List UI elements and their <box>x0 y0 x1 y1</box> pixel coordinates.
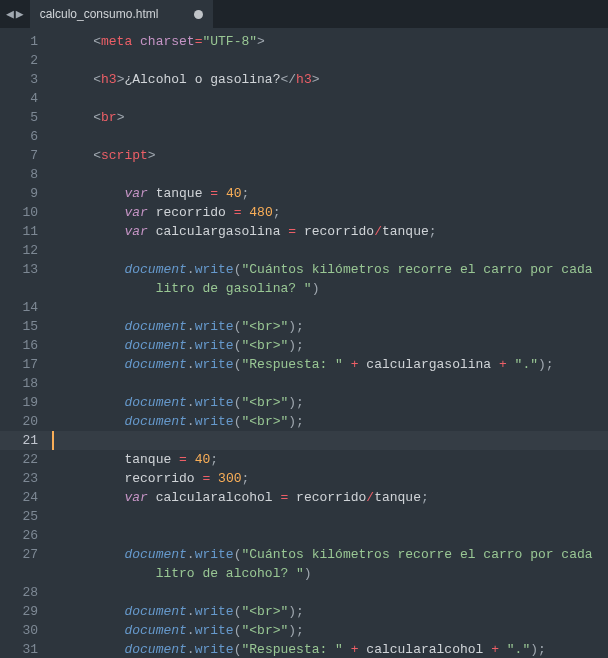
line-number: 10 <box>0 203 48 222</box>
forward-icon[interactable]: ▶ <box>16 6 24 22</box>
line-number: 25 <box>0 507 48 526</box>
code-line[interactable]: document.write("<br>"); <box>62 393 608 412</box>
line-number <box>0 279 48 298</box>
code-area[interactable]: <meta charset="UTF-8"> <h3>¿Alcohol o ga… <box>48 28 608 658</box>
line-number: 11 <box>0 222 48 241</box>
code-line[interactable]: litro de gasolina? ") <box>62 279 608 298</box>
line-number: 31 <box>0 640 48 658</box>
code-line[interactable] <box>62 127 608 146</box>
line-number: 12 <box>0 241 48 260</box>
line-number: 23 <box>0 469 48 488</box>
line-number: 27 <box>0 545 48 564</box>
back-icon[interactable]: ◀ <box>6 6 14 22</box>
line-number <box>0 564 48 583</box>
line-number: 22 <box>0 450 48 469</box>
code-line[interactable]: var tanque = 40; <box>62 184 608 203</box>
code-line[interactable]: recorrido = 300; <box>62 469 608 488</box>
code-line[interactable]: litro de alcohol? ") <box>62 564 608 583</box>
line-number: 14 <box>0 298 48 317</box>
line-number: 30 <box>0 621 48 640</box>
code-line[interactable] <box>62 165 608 184</box>
nav-arrows: ◀ ▶ <box>0 6 30 22</box>
code-line[interactable]: <meta charset="UTF-8"> <box>62 32 608 51</box>
code-line[interactable]: document.write("<br>"); <box>62 317 608 336</box>
line-number: 24 <box>0 488 48 507</box>
code-line[interactable] <box>62 583 608 602</box>
line-number-gutter: 1234567891011121314151617181920212223242… <box>0 28 48 658</box>
code-line[interactable]: document.write("Cuántos kilómetros recor… <box>62 260 608 279</box>
code-line[interactable]: <h3>¿Alcohol o gasolina?</h3> <box>62 70 608 89</box>
code-line[interactable] <box>62 241 608 260</box>
code-line[interactable] <box>62 298 608 317</box>
line-number: 28 <box>0 583 48 602</box>
line-number: 16 <box>0 336 48 355</box>
line-number: 29 <box>0 602 48 621</box>
tab-filename: calculo_consumo.html <box>40 7 159 21</box>
line-number: 17 <box>0 355 48 374</box>
line-number: 4 <box>0 89 48 108</box>
code-line[interactable]: tanque = 40; <box>62 450 608 469</box>
tab-bar: ◀ ▶ calculo_consumo.html <box>0 0 608 28</box>
line-number: 15 <box>0 317 48 336</box>
line-number: 2 <box>0 51 48 70</box>
code-line[interactable]: document.write("<br>"); <box>62 412 608 431</box>
code-line[interactable] <box>48 431 608 450</box>
code-line[interactable]: document.write("<br>"); <box>62 336 608 355</box>
code-line[interactable] <box>62 374 608 393</box>
line-number: 6 <box>0 127 48 146</box>
line-number: 3 <box>0 70 48 89</box>
code-line[interactable]: document.write("<br>"); <box>62 621 608 640</box>
line-number: 19 <box>0 393 48 412</box>
unsaved-indicator-icon <box>194 10 203 19</box>
code-line[interactable] <box>62 51 608 70</box>
line-number: 18 <box>0 374 48 393</box>
line-number: 13 <box>0 260 48 279</box>
code-line[interactable] <box>62 89 608 108</box>
code-line[interactable]: <br> <box>62 108 608 127</box>
code-line[interactable]: var calculargasolina = recorrido/tanque; <box>62 222 608 241</box>
code-line[interactable]: <script> <box>62 146 608 165</box>
code-line[interactable]: document.write("Respuesta: " + calculara… <box>62 640 608 658</box>
code-line[interactable]: document.write("<br>"); <box>62 602 608 621</box>
code-line[interactable]: var calcularalcohol = recorrido/tanque; <box>62 488 608 507</box>
line-number: 21 <box>0 431 48 450</box>
line-number: 8 <box>0 165 48 184</box>
line-number: 7 <box>0 146 48 165</box>
code-editor[interactable]: 1234567891011121314151617181920212223242… <box>0 28 608 658</box>
code-line[interactable] <box>62 526 608 545</box>
line-number: 26 <box>0 526 48 545</box>
code-line[interactable] <box>62 507 608 526</box>
line-number: 20 <box>0 412 48 431</box>
code-line[interactable]: document.write("Respuesta: " + calcularg… <box>62 355 608 374</box>
line-number: 5 <box>0 108 48 127</box>
file-tab[interactable]: calculo_consumo.html <box>30 0 214 28</box>
line-number: 1 <box>0 32 48 51</box>
line-number: 9 <box>0 184 48 203</box>
code-line[interactable]: var recorrido = 480; <box>62 203 608 222</box>
cursor-line-indicator <box>52 431 54 450</box>
code-line[interactable]: document.write("Cuántos kilómetros recor… <box>62 545 608 564</box>
